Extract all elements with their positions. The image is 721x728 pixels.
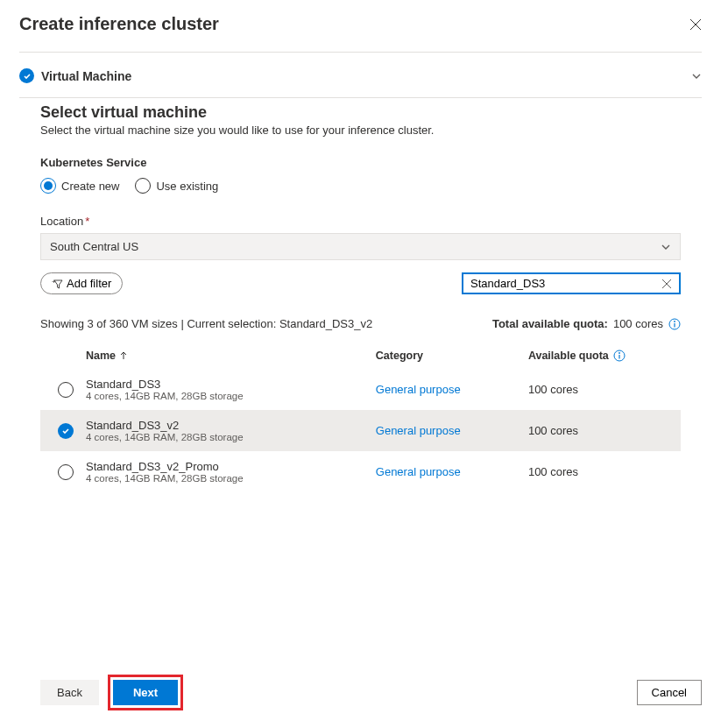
chevron-down-icon [661, 242, 671, 252]
radio-icon-unselected [135, 178, 151, 194]
column-name[interactable]: Name [86, 350, 376, 362]
filter-input-wrapper [462, 272, 681, 294]
filter-icon: + [52, 278, 63, 289]
table-row[interactable]: Standard_DS3 4 cores, 14GB RAM, 28GB sto… [40, 369, 681, 410]
quota-value: 100 cores [528, 465, 578, 478]
radio-icon-selected [40, 178, 56, 194]
total-quota-value: 100 cores [613, 317, 663, 330]
quota-value: 100 cores [528, 383, 578, 396]
table-row[interactable]: Standard_DS3_v2_Promo 4 cores, 14GB RAM,… [40, 451, 681, 492]
location-select-value: South Central US [50, 240, 138, 253]
vm-search-input[interactable] [470, 277, 661, 290]
sort-ascending-icon [119, 351, 128, 360]
next-button-highlight: Next [108, 675, 183, 710]
location-label: Location* [40, 215, 681, 228]
svg-point-7 [674, 321, 675, 322]
clear-search-icon[interactable] [661, 279, 672, 289]
add-filter-label: Add filter [67, 277, 111, 290]
vm-name: Standard_DS3 [86, 378, 376, 391]
radio-use-existing-label: Use existing [156, 180, 218, 193]
location-select[interactable]: South Central US [40, 233, 681, 260]
kubernetes-service-label: Kubernetes Service [40, 156, 681, 169]
back-button[interactable]: Back [40, 680, 99, 705]
category-link[interactable]: General purpose [376, 424, 461, 437]
svg-point-11 [619, 352, 620, 354]
subheading: Select virtual machine [40, 103, 681, 122]
total-quota-label: Total available quota: [492, 317, 608, 330]
add-filter-button[interactable]: + Add filter [40, 272, 123, 294]
table-header: Name Category Available quota [40, 343, 681, 369]
section-virtual-machine[interactable]: Virtual Machine [0, 53, 721, 97]
radio-icon-unselected [58, 382, 74, 398]
section-title: Virtual Machine [41, 69, 131, 83]
category-link[interactable]: General purpose [376, 383, 461, 396]
vm-spec: 4 cores, 14GB RAM, 28GB storage [86, 473, 376, 484]
column-category[interactable]: Category [376, 350, 528, 362]
radio-icon-unselected [58, 464, 74, 480]
category-link[interactable]: General purpose [376, 465, 461, 478]
subdescription: Select the virtual machine size you woul… [40, 124, 681, 137]
page-title: Create inference cluster [19, 14, 219, 34]
radio-icon-checked [58, 423, 74, 439]
radio-use-existing[interactable]: Use existing [135, 178, 218, 194]
vm-name: Standard_DS3_v2_Promo [86, 460, 376, 473]
table-row[interactable]: Standard_DS3_v2 4 cores, 14GB RAM, 28GB … [40, 410, 681, 451]
info-icon[interactable] [668, 318, 681, 330]
next-button[interactable]: Next [113, 680, 178, 705]
vm-name: Standard_DS3_v2 [86, 419, 376, 432]
quota-value: 100 cores [528, 424, 578, 437]
column-quota[interactable]: Available quota [528, 350, 681, 362]
radio-create-new-label: Create new [61, 180, 119, 193]
kubernetes-service-options: Create new Use existing [40, 178, 681, 194]
radio-create-new[interactable]: Create new [40, 178, 119, 194]
info-icon[interactable] [613, 350, 626, 362]
cancel-button[interactable]: Cancel [637, 680, 702, 705]
vm-size-table: Name Category Available quota Standa [40, 343, 681, 492]
results-summary: Showing 3 of 360 VM sizes | Current sele… [40, 317, 372, 330]
dialog-footer: Back Next Cancel [0, 661, 721, 728]
close-icon[interactable] [689, 18, 702, 31]
vm-spec: 4 cores, 14GB RAM, 28GB storage [86, 391, 376, 401]
vm-spec: 4 cores, 14GB RAM, 28GB storage [86, 432, 376, 442]
chevron-down-icon [691, 71, 702, 81]
divider [19, 97, 702, 98]
checkmark-circle-icon [19, 68, 34, 83]
dialog-header: Create inference cluster [0, 0, 721, 52]
